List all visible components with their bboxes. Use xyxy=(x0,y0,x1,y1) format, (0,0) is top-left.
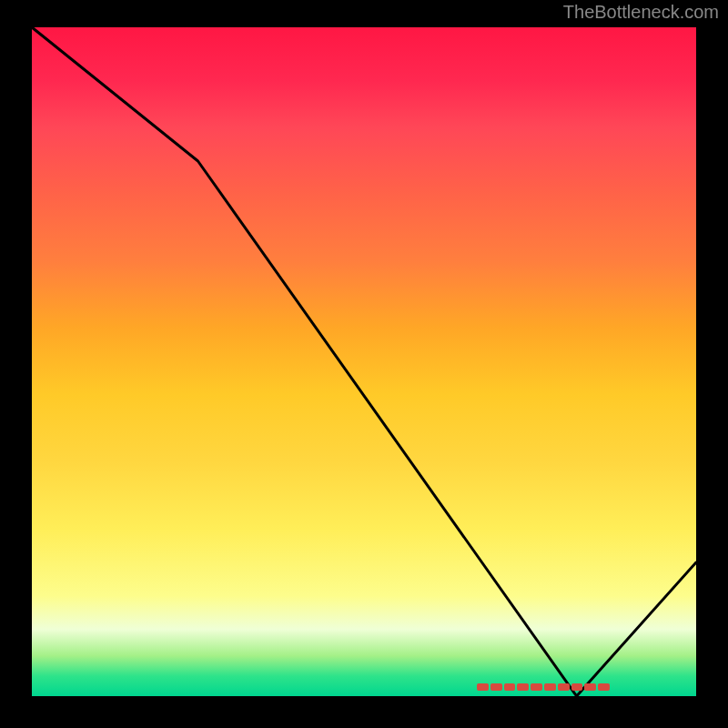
chart-container: TheBottleneck.com xyxy=(0,0,728,728)
dot-icon xyxy=(584,683,596,691)
optimal-region-marker xyxy=(477,683,610,691)
plot-area xyxy=(32,27,696,696)
bottleneck-line xyxy=(32,27,696,696)
dot-icon xyxy=(544,683,556,691)
dot-icon xyxy=(517,683,529,691)
dot-icon xyxy=(504,683,516,691)
dot-icon xyxy=(490,683,502,691)
dot-icon xyxy=(598,683,610,691)
chart-svg xyxy=(32,27,696,696)
dot-icon xyxy=(571,683,583,691)
dot-icon xyxy=(531,683,542,691)
dot-icon xyxy=(477,683,489,691)
attribution-text: TheBottleneck.com xyxy=(563,2,719,23)
dot-icon xyxy=(558,683,570,691)
